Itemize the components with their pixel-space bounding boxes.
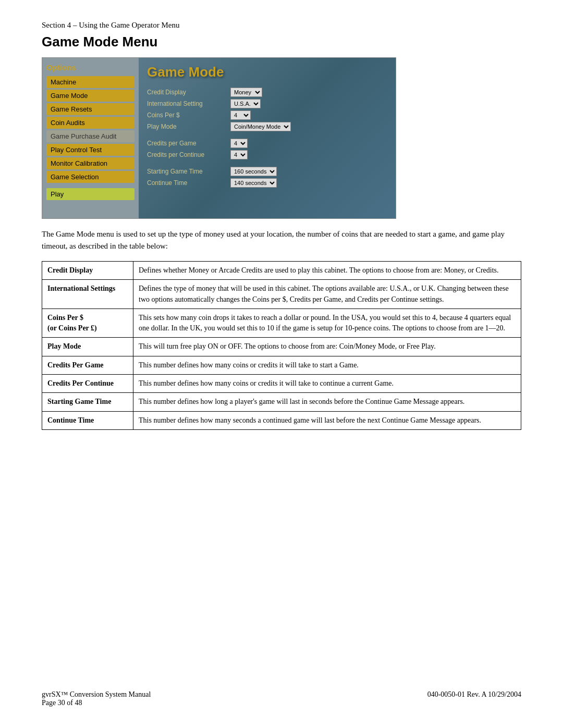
footer-right: 040-0050-01 Rev. A 10/29/2004	[427, 690, 521, 707]
settings-label: Credits per Continue	[147, 151, 230, 158]
settings-select[interactable]: Coin/Money ModeFree Play	[230, 122, 291, 131]
sidebar-item[interactable]: Game Resets	[46, 103, 134, 115]
sidebar-item[interactable]: Game Selection	[46, 171, 134, 183]
table-row: Starting Game TimeThis number defines ho…	[42, 393, 521, 411]
settings-label: Credits per Game	[147, 140, 230, 147]
section-header: Section 4 – Using the Game Operator Menu	[42, 21, 521, 30]
footer-left: gvrSX™ Conversion System Manual Page 30 …	[42, 690, 151, 707]
table-row: International SettingsDefines the type o…	[42, 280, 521, 309]
term-cell: Continue Time	[42, 411, 133, 429]
settings-label: Credit Display	[147, 89, 230, 96]
sidebar-item[interactable]: Machine	[46, 76, 134, 88]
settings-row: Credits per Continue12345	[147, 150, 387, 159]
table-row: Credits Per GameThis number defines how …	[42, 356, 521, 374]
footer-left-line1: gvrSX™ Conversion System Manual	[42, 690, 151, 699]
term-cell: Credits Per Game	[42, 356, 133, 374]
settings-row: Credit DisplayMoneyCredits	[147, 88, 387, 97]
settings-select[interactable]: 12345	[230, 139, 248, 148]
sidebar-item[interactable]: Game Mode	[46, 90, 134, 102]
settings-select[interactable]: U.S.A.U.K.	[230, 99, 261, 108]
sidebar: Options MachineGame ModeGame ResetsCoin …	[42, 58, 139, 218]
spacer	[147, 133, 387, 139]
game-mode-title: Game Mode	[147, 64, 387, 80]
definition-cell: This number defines how many seconds a c…	[133, 411, 521, 429]
settings-select[interactable]: MoneyCredits	[230, 88, 262, 97]
sidebar-item[interactable]: Monitor Calibration	[46, 157, 134, 169]
settings-row: Coins Per $12345678910	[147, 110, 387, 120]
table-row: Continue TimeThis number defines how man…	[42, 411, 521, 429]
settings-label: Continue Time	[147, 179, 230, 187]
settings-label: Coins Per $	[147, 112, 230, 119]
settings-label: Starting Game Time	[147, 168, 230, 175]
screenshot-box: Options MachineGame ModeGame ResetsCoin …	[42, 57, 396, 219]
footer-left-line2: Page 30 of 48	[42, 699, 151, 707]
spacer	[147, 162, 387, 167]
sidebar-item[interactable]: Game Purchase Audit	[46, 130, 134, 142]
settings-row: Credits per Game12345	[147, 139, 387, 148]
definition-cell: This will turn free play ON or OFF. The …	[133, 338, 521, 356]
settings-select[interactable]: 100 seconds120 seconds140 seconds160 sec…	[230, 167, 277, 176]
term-cell: Starting Game Time	[42, 393, 133, 411]
sidebar-play-button[interactable]: Play	[46, 188, 134, 200]
content-area: Game Mode Credit DisplayMoneyCreditsInte…	[139, 58, 396, 218]
settings-select[interactable]: 12345	[230, 150, 248, 159]
settings-select[interactable]: 100 seconds120 seconds140 seconds160 sec…	[230, 178, 277, 188]
table-row: Coins Per $ (or Coins Per £)This sets ho…	[42, 309, 521, 338]
definition-cell: Defines whether Money or Arcade Credits …	[133, 262, 521, 280]
sidebar-item[interactable]: Play Control Test	[46, 144, 134, 156]
settings-row: International SettingU.S.A.U.K.	[147, 99, 387, 108]
definition-cell: This number defines how many coins or cr…	[133, 375, 521, 393]
settings-label: International Setting	[147, 100, 230, 107]
settings-row: Starting Game Time100 seconds120 seconds…	[147, 167, 387, 176]
table-row: Play ModeThis will turn free play ON or …	[42, 338, 521, 356]
sidebar-item[interactable]: Coin Audits	[46, 117, 134, 129]
settings-select[interactable]: 12345678910	[230, 110, 251, 120]
footer: gvrSX™ Conversion System Manual Page 30 …	[42, 690, 521, 707]
description-text: The Game Mode menu is used to set up the…	[42, 228, 521, 252]
term-cell: Credits Per Continue	[42, 375, 133, 393]
term-cell: Play Mode	[42, 338, 133, 356]
settings-row: Continue Time100 seconds120 seconds140 s…	[147, 178, 387, 188]
sidebar-title: Options	[46, 63, 134, 72]
term-cell: Coins Per $ (or Coins Per £)	[42, 309, 133, 338]
table-row: Credit DisplayDefines whether Money or A…	[42, 262, 521, 280]
definition-cell: This number defines how many coins or cr…	[133, 356, 521, 374]
definition-cell: Defines the type of money that will be u…	[133, 280, 521, 309]
term-cell: Credit Display	[42, 262, 133, 280]
definition-cell: This number defines how long a player's …	[133, 393, 521, 411]
info-table: Credit DisplayDefines whether Money or A…	[42, 261, 521, 430]
definition-cell: This sets how many coin drops it takes t…	[133, 309, 521, 338]
page-title: Game Mode Menu	[42, 34, 521, 50]
table-row: Credits Per ContinueThis number defines …	[42, 375, 521, 393]
settings-row: Play ModeCoin/Money ModeFree Play	[147, 122, 387, 131]
term-cell: International Settings	[42, 280, 133, 309]
settings-label: Play Mode	[147, 123, 230, 130]
